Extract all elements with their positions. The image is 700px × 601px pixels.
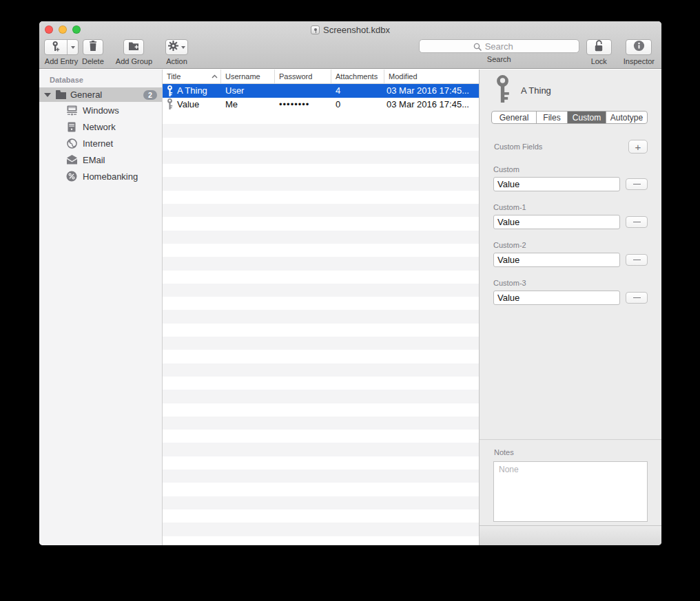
globe-icon [65,138,78,149]
add-entry-button[interactable] [44,39,79,55]
notes-section: Notes [480,439,661,525]
notes-textarea[interactable] [493,461,648,522]
cell-username: User [221,85,275,96]
search-label: Search [487,55,511,63]
inspector-tabs: General Files Custom Autotype [491,111,648,124]
chevron-down-icon [181,46,185,49]
table-row[interactable]: Value Me •••••••• 0 03 Mar 2016 17:45... [163,98,479,112]
field-value-input[interactable] [493,291,620,305]
info-icon [633,40,645,54]
app-window: Screenshot.kdbx Add Entry [39,21,661,545]
minus-icon [633,184,641,185]
inspector-panel: A Thing General Files Custom Autotype Cu… [480,70,661,545]
desktop-background: Screenshot.kdbx Add Entry [0,0,700,601]
content-area: Database General 2 Windows [39,70,661,545]
server-icon [65,122,78,132]
column-header-password[interactable]: Password [275,70,331,83]
lock-label: Lock [591,57,607,65]
column-header-username[interactable]: Username [221,70,275,83]
sidebar: Database General 2 Windows [39,70,163,545]
add-entry-dropdown[interactable] [67,40,78,54]
action-label: Action [166,57,187,65]
delete-button[interactable] [83,39,103,55]
field-label: Custom-1 [493,203,648,211]
table-empty-stripes [163,111,479,545]
entry-table: Title Username Password Attachments Modi… [163,70,480,545]
key-plus-icon [45,40,67,54]
inspector-bottom-bar [480,525,661,545]
cell-attachments: 0 [331,99,384,109]
custom-fields-label: Custom Fields [494,143,542,151]
field-label: Custom [493,165,648,173]
add-group-label: Add Group [116,57,152,65]
sidebar-item-homebanking[interactable]: Homebanking [39,168,162,184]
inspector-label: Inspector [624,57,655,65]
custom-fields-header: Custom Fields + [494,140,648,154]
chevron-down-icon [71,46,75,49]
table-row[interactable]: A Thing User 4 03 Mar 2016 17:45... [163,84,479,98]
sidebar-item-internet[interactable]: Internet [39,135,162,151]
sidebar-item-general[interactable]: General 2 [39,87,162,102]
field-label: Custom-3 [493,279,648,287]
sidebar-section-header: Database [50,76,162,84]
search-input[interactable] [419,39,579,53]
minus-icon [633,260,641,261]
document-proxy-icon [311,25,320,34]
field-value-input[interactable] [493,253,620,267]
cell-username: Me [221,99,275,109]
column-header-attachments[interactable]: Attachments [331,70,384,83]
sidebar-item-windows[interactable]: Windows [39,102,162,118]
action-button[interactable] [165,39,188,55]
column-header-modified[interactable]: Modified [384,70,479,83]
search-field[interactable] [419,39,579,53]
add-group-item: Add Group [116,39,152,65]
cell-password: •••••••• [275,99,331,109]
sidebar-item-label: Internet [83,138,113,149]
lock-button[interactable] [586,39,612,55]
lock-item: Lock [586,39,612,65]
minus-icon [633,222,641,223]
inspector-button[interactable] [626,39,652,55]
notes-label: Notes [494,448,661,456]
tab-general[interactable]: General [492,112,537,123]
custom-field: Custom [493,165,648,191]
custom-field: Custom-2 [493,241,648,267]
tab-autotype[interactable]: Autotype [606,112,647,123]
titlebar: Screenshot.kdbx [39,25,661,35]
tab-custom[interactable]: Custom [568,112,606,123]
remove-field-button[interactable] [626,178,648,190]
add-group-button[interactable] [123,39,144,55]
add-custom-field-button[interactable]: + [628,140,648,154]
tab-files[interactable]: Files [537,112,568,123]
remove-field-button[interactable] [626,254,648,266]
folder-plus-icon [128,41,139,54]
sidebar-item-email[interactable]: EMail [39,151,162,168]
field-label: Custom-2 [493,241,648,249]
field-value-input[interactable] [493,177,620,191]
sidebar-item-label: Windows [83,105,119,116]
gear-icon [168,41,178,54]
plus-icon: + [635,142,641,152]
unlock-icon [593,39,604,55]
column-header-title[interactable]: Title [163,70,221,83]
search-item: Search [419,39,579,63]
window-chrome: Screenshot.kdbx Add Entry [39,21,661,69]
cell-attachments: 4 [331,85,384,96]
percent-icon [65,171,78,182]
add-entry-item: Add Entry [44,39,79,65]
cell-title: Value [177,99,199,109]
add-entry-label: Add Entry [45,57,78,65]
sidebar-item-network[interactable]: Network [39,118,162,135]
cell-modified: 03 Mar 2016 17:45... [384,85,479,96]
disclosure-triangle-icon[interactable] [44,93,51,97]
custom-field: Custom-1 [493,203,648,229]
trash-icon [88,41,98,54]
delete-label: Delete [82,57,104,65]
cell-title: A Thing [177,85,207,96]
remove-field-button[interactable] [626,216,648,228]
inspector-header: A Thing [480,70,661,105]
remove-field-button[interactable] [626,292,648,304]
table-header: Title Username Password Attachments Modi… [163,70,479,84]
field-value-input[interactable] [493,215,620,229]
minus-icon [633,297,641,299]
